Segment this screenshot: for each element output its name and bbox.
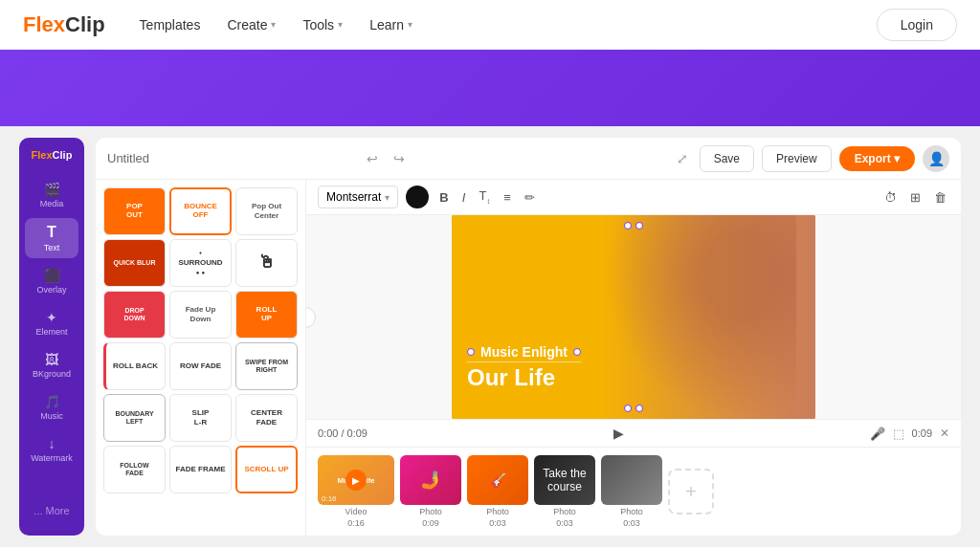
text-anim-center-fade[interactable]: CENTERFADE — [235, 394, 298, 442]
text-anim-pop-out-center[interactable]: Pop OutCenter — [235, 187, 298, 235]
save-button[interactable]: Save — [700, 145, 754, 172]
clock-icon[interactable]: ⏱ — [881, 187, 900, 208]
avatar[interactable]: 👤 — [923, 145, 949, 172]
play-button[interactable]: ▶ — [613, 426, 624, 441]
text-anim-fade-frame[interactable]: FADE FRAME — [169, 446, 232, 493]
text-panel: POPOUT BOUNCEOFF Pop OutCenter QUICK BLU… — [96, 180, 306, 536]
format-toolbar: Montserrat ▾ B I T↕ ≡ ✏ ⏱ ⊞ 🗑 — [306, 180, 961, 215]
text-anim-follow-fade[interactable]: FOLLOWFADE — [103, 446, 166, 493]
text-anim-slip-lr[interactable]: SLIPL-R — [169, 394, 232, 442]
collapse-icon[interactable]: ‹ — [306, 307, 316, 328]
text-anim-swipe-right[interactable]: SWIPE FROM RIGHT — [235, 342, 298, 390]
text-anim-fade-up-down[interactable]: Fade UpDown — [169, 291, 232, 339]
align-icon[interactable]: ≡ — [501, 187, 514, 208]
italic-icon[interactable]: I — [459, 187, 469, 208]
text-anim-roll-up[interactable]: ROLLUP — [235, 291, 298, 339]
timeline-thumb-video[interactable]: Music Life ▶ 0:16 — [318, 455, 394, 505]
timeline: Music Life ▶ 0:16 Video 0:16 🤳 — [306, 447, 961, 536]
chevron-down-icon: ▾ — [271, 19, 276, 30]
text-anim-drop-down[interactable]: DROPDOWN — [103, 291, 166, 339]
canvas-title-text: Music Enlight — [480, 344, 568, 360]
timeline-thumb-photo4[interactable] — [601, 455, 662, 505]
canvas-subtitle-text: Our Life — [467, 364, 581, 391]
sidebar-more[interactable]: ... More — [33, 505, 69, 524]
canvas-text-overlay: Music Enlight Our Life — [467, 344, 581, 391]
share-icon[interactable]: ⬚ — [893, 427, 904, 441]
timeline-thumb-photo3[interactable]: Take the course — [534, 455, 595, 505]
canvas-handle-left[interactable] — [467, 348, 475, 356]
sidebar-item-background[interactable]: 🖼 BKground — [25, 346, 78, 384]
text-anim-scroll-up[interactable]: SCROLL UP — [235, 446, 298, 493]
panel-toggle[interactable]: ‹ — [306, 307, 316, 328]
login-button[interactable]: Login — [877, 9, 957, 41]
logo-text: FlexClip — [23, 12, 105, 37]
nav-tools[interactable]: Tools ▾ — [302, 17, 343, 33]
canvas-handle-right[interactable] — [573, 348, 581, 356]
timeline-item-photo2: 🎸 Photo 0:03 — [467, 455, 528, 528]
editor-toolbar: Untitled ↩ ↪ ⤢ Save Preview Export ▾ 👤 — [96, 138, 961, 180]
color-picker[interactable] — [406, 186, 429, 208]
text-anim-roll-back[interactable]: ROLL BACK — [103, 342, 166, 390]
sidebar-item-text[interactable]: T Text — [25, 218, 78, 258]
nav-create[interactable]: Create ▾ — [227, 17, 276, 33]
logo[interactable]: FlexClip — [23, 12, 105, 37]
chevron-down-icon: ▾ — [408, 19, 412, 30]
timeline-play-icon[interactable]: ▶ — [345, 470, 367, 491]
play-controls: 🎤 ⬚ — [870, 427, 904, 441]
text-anim-bounce-off[interactable]: BOUNCEOFF — [169, 187, 232, 235]
canvas-area: ‹ — [306, 215, 961, 419]
sidebar-item-element[interactable]: ✦ Element — [25, 304, 78, 342]
timeline-item-photo1: 🤳 Photo 0:09 — [400, 455, 461, 528]
play-duration: 0:09 — [912, 427, 932, 439]
sidebar-item-overlay[interactable]: ⬛ Overlay — [25, 262, 78, 300]
timeline-item-photo4: Photo 0:03 — [601, 455, 662, 528]
delete-icon[interactable]: 🗑 — [931, 187, 949, 208]
hero-banner — [0, 50, 980, 126]
watermark-icon: ↓ — [49, 436, 56, 451]
timeline-thumb-photo2[interactable]: 🎸 — [467, 455, 528, 505]
undo-icon[interactable]: ↩ — [363, 147, 382, 170]
edit-icon[interactable]: ✏ — [522, 187, 538, 208]
nav-templates[interactable]: Templates — [140, 17, 201, 33]
sidebar-logo: FlexClip — [32, 149, 73, 161]
editor-container: FlexClip 🎬 Media T Text ⬛ Overlay ✦ Elem… — [0, 126, 980, 547]
chevron-down-icon: ▾ — [338, 19, 343, 30]
nav-items: Templates Create ▾ Tools ▾ Learn ▾ — [140, 17, 412, 33]
bold-icon[interactable]: B — [436, 187, 451, 208]
close-icon[interactable]: ✕ — [940, 427, 949, 440]
text-icon: T — [47, 224, 56, 241]
text-anim-surround[interactable]: + SURROUND ●● — [169, 239, 232, 287]
text-anim-pop-out[interactable]: POPOUT — [103, 187, 166, 235]
text-anim-boundary-left[interactable]: BOUNDARYLEFT — [103, 394, 166, 442]
canvas-handle-bottom-left[interactable] — [624, 405, 632, 412]
canvas-handle-top-right[interactable] — [635, 222, 643, 230]
editor-content: POPOUT BOUNCEOFF Pop OutCenter QUICK BLU… — [96, 180, 961, 536]
canvas-handle-top-left[interactable] — [624, 222, 632, 230]
nav-learn[interactable]: Learn ▾ — [369, 17, 412, 33]
font-selector[interactable]: Montserrat ▾ — [318, 186, 398, 208]
element-icon: ✦ — [46, 310, 57, 325]
mic-icon[interactable]: 🎤 — [870, 427, 885, 441]
sidebar-item-music[interactable]: 🎵 Music — [25, 388, 78, 427]
fullscreen-icon[interactable]: ⤢ — [673, 147, 692, 170]
preview-button[interactable]: Preview — [762, 145, 832, 172]
text-animation-grid: POPOUT BOUNCEOFF Pop OutCenter QUICK BLU… — [103, 187, 298, 493]
video-canvas: Music Enlight Our Life — [452, 215, 815, 419]
add-clip-button[interactable]: + — [668, 469, 714, 514]
editor-panel: Untitled ↩ ↪ ⤢ Save Preview Export ▾ 👤 P… — [96, 138, 961, 536]
redo-icon[interactable]: ↪ — [390, 147, 409, 170]
background-icon: 🖼 — [45, 352, 58, 367]
text-size-icon[interactable]: T↕ — [476, 186, 493, 208]
timeline-thumb-photo1[interactable]: 🤳 — [400, 455, 461, 505]
text-anim-row-fade[interactable]: ROW FADE — [169, 342, 232, 390]
sidebar-item-media[interactable]: 🎬 Media — [25, 176, 78, 214]
grid-icon[interactable]: ⊞ — [907, 187, 924, 208]
sidebar-item-watermark[interactable]: ↓ Watermark — [25, 430, 78, 469]
export-button[interactable]: Export ▾ — [839, 146, 915, 171]
playbar: 0:00 / 0:09 ▶ 🎤 ⬚ 0:09 ✕ — [306, 419, 961, 447]
canvas-handle-bottom-right[interactable] — [635, 405, 643, 412]
timeline-item-video: Music Life ▶ 0:16 Video 0:16 — [318, 455, 394, 528]
overlay-icon: ⬛ — [44, 268, 60, 283]
text-anim-cursor[interactable]: 🖱 — [235, 239, 298, 287]
text-anim-quick-blur[interactable]: QUICK BLUR — [103, 239, 166, 287]
